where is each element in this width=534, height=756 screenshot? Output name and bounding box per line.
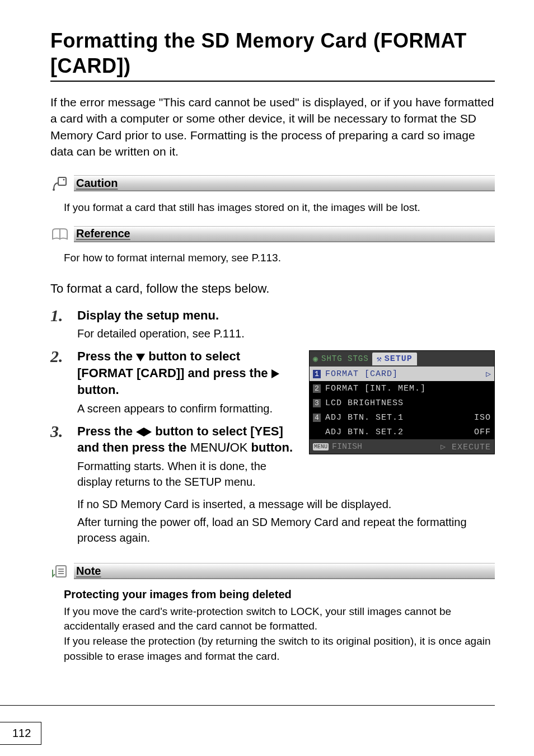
text-fragment: button.	[247, 440, 293, 454]
svg-rect-0	[58, 177, 66, 185]
step-3-sub2: If no SD Memory Card is inserted, a mess…	[77, 496, 495, 512]
reference-bar: Reference	[74, 226, 495, 242]
intro-paragraph: If the error message "This card cannot b…	[50, 94, 495, 160]
step-2-sub: A screen appears to confirm formatting.	[77, 401, 296, 416]
right-arrow-icon	[271, 369, 279, 378]
lcd-screenshot: ◉ SHTG STGS ⚒ SETUP 1FORMAT [CARD]▷2FORM…	[309, 350, 495, 454]
step-3-head: Press the button to select [YES] and the…	[77, 423, 296, 456]
svg-point-1	[63, 179, 65, 180]
steps-list: 1 Display the setup menu. For detailed o…	[50, 307, 495, 546]
reference-section: Reference For how to format internal mem…	[50, 225, 495, 266]
lead-sentence: To format a card, follow the steps below…	[50, 281, 495, 296]
step-1-sub: For detailed operation, see P.111.	[77, 326, 495, 341]
caution-bar: Caution	[74, 175, 495, 191]
right-arrow-icon	[144, 428, 152, 436]
footer-execute: ▷ EXECUTE	[441, 442, 491, 452]
note-body-2: If you release the protection (by return…	[64, 634, 495, 664]
lcd-row: 3LCD BRIGHTNESS	[310, 396, 494, 410]
lcd-row-number: 1	[313, 370, 321, 378]
caution-label: Caution	[76, 177, 118, 190]
menu-label: MENU	[190, 440, 227, 454]
reference-icon	[50, 227, 69, 241]
lcd-row-label: ADJ BTN. SET.2	[325, 428, 404, 437]
note-bar: Note	[74, 563, 495, 579]
ok-label: OK	[230, 440, 248, 454]
lcd-footer: MENU FINISH ▷ EXECUTE	[310, 439, 494, 454]
note-header: Note	[50, 562, 495, 580]
caution-section: Caution If you format a card that still …	[50, 175, 495, 215]
footer-rule	[0, 705, 495, 706]
step-3-sub1: Formatting starts. When it is done, the …	[77, 458, 296, 490]
step-2: 2 Press the button to select [FORMAT [CA…	[50, 348, 296, 416]
lcd-row-label: FORMAT [INT. MEM.]	[325, 384, 426, 393]
menu-badge: MENU	[313, 443, 329, 450]
step-3: 3 Press the button to select [YES] and t…	[50, 423, 296, 490]
page: Formatting the SD Memory Card (FORMAT [C…	[0, 0, 534, 756]
lcd-row: 2FORMAT [INT. MEM.]	[310, 381, 494, 396]
step-number: 1	[50, 307, 69, 342]
lcd-row-label: FORMAT [CARD]	[325, 369, 398, 379]
lcd-row-number: 4	[313, 414, 321, 422]
camera-icon: ◉	[313, 354, 318, 364]
footer-execute-label: EXECUTE	[452, 443, 491, 452]
step-2-head: Press the button to select [FORMAT [CARD…	[77, 348, 296, 398]
step-number: 2	[50, 348, 69, 416]
page-number: 112	[0, 722, 41, 745]
right-caret-icon: ▷	[486, 369, 491, 379]
lcd-tabs: ◉ SHTG STGS ⚒ SETUP	[310, 351, 494, 367]
step-columns: 2 Press the button to select [FORMAT [CA…	[50, 348, 495, 496]
text-fragment: Press the	[77, 424, 136, 438]
note-body-1: If you move the card's write-protection …	[64, 604, 495, 634]
note-label: Note	[76, 565, 101, 577]
wrench-icon: ⚒	[377, 354, 382, 364]
caution-body: If you format a card that still has imag…	[64, 200, 495, 215]
lcd-row: 4ADJ BTN. SET.1ISO	[310, 410, 494, 425]
note-icon	[50, 564, 69, 579]
reference-label: Reference	[76, 227, 130, 240]
lcd-row: 1FORMAT [CARD]▷	[310, 367, 494, 381]
reference-header: Reference	[50, 225, 495, 243]
note-title: Protecting your images from being delete…	[64, 588, 495, 601]
caution-icon	[50, 176, 69, 191]
tab-setup-label: SETUP	[385, 354, 413, 364]
step-number: 3	[50, 423, 69, 490]
step-3-cont: 3 If no SD Memory Card is inserted, a me…	[50, 494, 495, 546]
step-1: 1 Display the setup menu. For detailed o…	[50, 307, 495, 342]
lcd-row-value: ISO	[474, 413, 491, 422]
reference-body: For how to format internal memory, see P…	[64, 251, 495, 266]
page-title: Formatting the SD Memory Card (FORMAT [C…	[50, 28, 495, 82]
lcd-row-number: 3	[313, 399, 321, 407]
left-arrow-icon	[136, 428, 144, 436]
lcd-row-value: OFF	[474, 428, 491, 437]
lcd-row-label: ADJ BTN. SET.1	[325, 413, 404, 422]
lcd-row-number: 2	[313, 384, 321, 393]
text-fragment: Press the	[77, 349, 136, 363]
lcd-row: ADJ BTN. SET.2OFF	[310, 425, 494, 439]
step-1-head: Display the setup menu.	[77, 307, 495, 324]
text-fragment: button.	[77, 383, 119, 397]
tab-setup: ⚒ SETUP	[372, 353, 417, 365]
down-arrow-icon	[136, 354, 145, 361]
svg-point-2	[53, 189, 55, 191]
tab-shtg-stgs: SHTG STGS	[321, 354, 369, 363]
footer-finish: FINISH	[332, 442, 362, 452]
lcd-row-label: LCD BRIGHTNESS	[325, 398, 404, 408]
lcd-rows: 1FORMAT [CARD]▷2FORMAT [INT. MEM.]3LCD B…	[310, 367, 494, 439]
caution-header: Caution	[50, 175, 495, 192]
note-section: Note Protecting your images from being d…	[50, 562, 495, 664]
step-3-sub3: After turning the power off, load an SD …	[77, 514, 495, 546]
